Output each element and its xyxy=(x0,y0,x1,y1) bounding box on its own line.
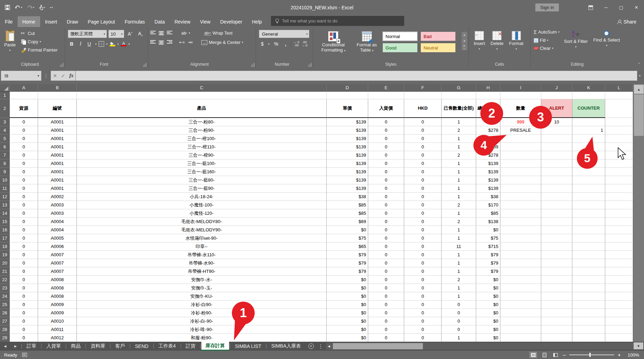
cell-F29[interactable]: 0 xyxy=(404,334,442,342)
cell-K12[interactable] xyxy=(572,193,605,201)
cell-G26[interactable]: 0 xyxy=(442,309,476,317)
header-cell-D[interactable]: 單價 xyxy=(327,99,368,118)
cell[interactable] xyxy=(605,184,633,193)
cell-E14[interactable]: 0 xyxy=(368,209,404,218)
decrease-indent-icon[interactable]: ⇤≡ xyxy=(179,40,185,45)
cell-D12[interactable]: $38 xyxy=(327,193,368,201)
cell-J9[interactable] xyxy=(541,168,572,176)
cell-A4[interactable]: 0 xyxy=(10,126,38,135)
previous-sheet-icon[interactable]: ◀ xyxy=(0,342,10,351)
row-header-8[interactable]: 8 xyxy=(0,159,10,168)
cell-F5[interactable]: 0 xyxy=(404,135,442,143)
row-header-1[interactable]: 1 xyxy=(0,92,10,99)
save-icon[interactable] xyxy=(3,4,11,11)
cell-G12[interactable]: 1 xyxy=(442,193,476,201)
cell-J21[interactable] xyxy=(541,267,572,276)
cell-K20[interactable] xyxy=(572,259,605,267)
cell-B10[interactable]: A0001 xyxy=(38,176,77,184)
cell[interactable] xyxy=(605,267,633,276)
cell[interactable] xyxy=(10,92,38,99)
borders-icon[interactable] xyxy=(99,41,104,47)
cell-J26[interactable] xyxy=(541,309,572,317)
cell-E4[interactable]: 0 xyxy=(368,126,404,135)
cell-J29[interactable] xyxy=(541,334,572,342)
menu-tab-review[interactable]: Review xyxy=(170,16,195,27)
cell-C20[interactable]: 吊帶褲-水90- xyxy=(77,259,327,267)
cell-B8[interactable]: A0001 xyxy=(38,159,77,168)
font-size-select[interactable]: 10▾ xyxy=(108,30,124,38)
normal-view-icon[interactable] xyxy=(529,352,537,358)
enter-entry-icon[interactable]: ✓ xyxy=(61,73,65,79)
cell-K9[interactable] xyxy=(572,168,605,176)
cell-K13[interactable] xyxy=(572,201,605,209)
cell[interactable] xyxy=(605,218,633,226)
sheet-tab-SIMBA入庫表[interactable]: SIMBA入庫表 xyxy=(267,342,305,351)
sheet-tab-入貨單[interactable]: 入貨單 xyxy=(42,342,65,351)
name-box-splitter[interactable]: ⋮ xyxy=(42,73,51,79)
cell-I13[interactable] xyxy=(500,201,541,209)
cell-J19[interactable] xyxy=(541,251,572,259)
shrink-font-button[interactable]: A˅ xyxy=(136,30,145,38)
cell-H20[interactable]: $79 xyxy=(476,259,500,267)
cell-F15[interactable]: 0 xyxy=(404,218,442,226)
cell-B27[interactable]: A0010 xyxy=(38,317,77,325)
cell-C7[interactable]: 三合一-橙90- xyxy=(77,151,327,159)
cell-I25[interactable] xyxy=(500,301,541,309)
wrap-text-button[interactable]: ab↩Wrap Text xyxy=(203,30,234,36)
clear-button[interactable]: Clear▾ xyxy=(533,45,561,52)
alignment-dialog-launcher[interactable] xyxy=(251,63,254,66)
cell-G28[interactable]: 0 xyxy=(442,325,476,334)
cell-J6[interactable] xyxy=(541,143,572,151)
cell-F3[interactable]: 0 xyxy=(404,118,442,126)
cell-I17[interactable] xyxy=(500,234,541,242)
cell-K17[interactable] xyxy=(572,234,605,242)
find-select-button[interactable]: Find & Select▾ xyxy=(591,28,622,52)
cell-H17[interactable]: $75 xyxy=(476,234,500,242)
cell-F24[interactable]: 0 xyxy=(404,292,442,301)
cell-I18[interactable] xyxy=(500,242,541,251)
cell-B4[interactable]: A0001 xyxy=(38,126,77,135)
cell-D14[interactable]: $85 xyxy=(327,209,368,218)
cell-style-normal[interactable]: Normal xyxy=(383,32,417,41)
cancel-entry-icon[interactable]: ✕ xyxy=(53,73,57,79)
sheet-tab-客戶[interactable]: 客戶 xyxy=(111,342,129,351)
row-header-4[interactable]: 4 xyxy=(0,126,10,135)
cell-J22[interactable] xyxy=(541,276,572,284)
cell-E19[interactable]: 0 xyxy=(368,251,404,259)
format-painter-button[interactable]: Format Painter xyxy=(20,46,58,53)
cell-H10[interactable]: $139 xyxy=(476,176,500,184)
cell-G8[interactable]: 1 xyxy=(442,159,476,168)
cell-H15[interactable]: $138 xyxy=(476,218,500,226)
cell-G17[interactable]: 1 xyxy=(442,234,476,242)
cell-B25[interactable]: A0009 xyxy=(38,301,77,309)
cell-A22[interactable]: 0 xyxy=(10,276,38,284)
cell-I9[interactable] xyxy=(500,168,541,176)
cell-C16[interactable]: 毛衛衣-MELODY90- xyxy=(77,226,327,234)
scroll-left-icon[interactable]: ◀ xyxy=(326,343,332,350)
name-box[interactable]: I9▾ xyxy=(1,71,42,81)
cell-C21[interactable]: 吊帶褲-HT90- xyxy=(77,267,327,276)
cell-H19[interactable]: $79 xyxy=(476,251,500,259)
cell-G3[interactable]: 1 xyxy=(442,118,476,126)
select-all-corner[interactable] xyxy=(0,84,10,91)
cell-D21[interactable]: $79 xyxy=(327,267,368,276)
cell-B18[interactable]: A0006 xyxy=(38,242,77,251)
increase-indent-icon[interactable]: ⇥≡ xyxy=(188,40,193,45)
align-center-icon[interactable] xyxy=(158,40,164,45)
column-header-C[interactable]: C xyxy=(77,84,327,91)
middle-align-icon[interactable] xyxy=(158,31,164,36)
cell-E29[interactable]: 0 xyxy=(368,334,404,342)
cell-A20[interactable]: 0 xyxy=(10,259,38,267)
sheet-tab-訂單[interactable]: 訂單 xyxy=(22,342,40,351)
cell-K8[interactable] xyxy=(572,159,605,168)
autosum-button[interactable]: ΣAutoSum▾ xyxy=(533,28,561,36)
cell-A9[interactable]: 0 xyxy=(10,168,38,176)
cell-I11[interactable] xyxy=(500,184,541,193)
cell-B9[interactable]: A0001 xyxy=(38,168,77,176)
cell-E11[interactable]: 0 xyxy=(368,184,404,193)
cell-F13[interactable]: 0 xyxy=(404,201,442,209)
cell-C22[interactable]: 安撫巾-水- xyxy=(77,276,327,284)
row-header-25[interactable]: 25 xyxy=(0,301,10,309)
touch-mode-icon[interactable]: ▾ xyxy=(38,4,46,11)
cell-B3[interactable]: A0001 xyxy=(38,118,77,126)
